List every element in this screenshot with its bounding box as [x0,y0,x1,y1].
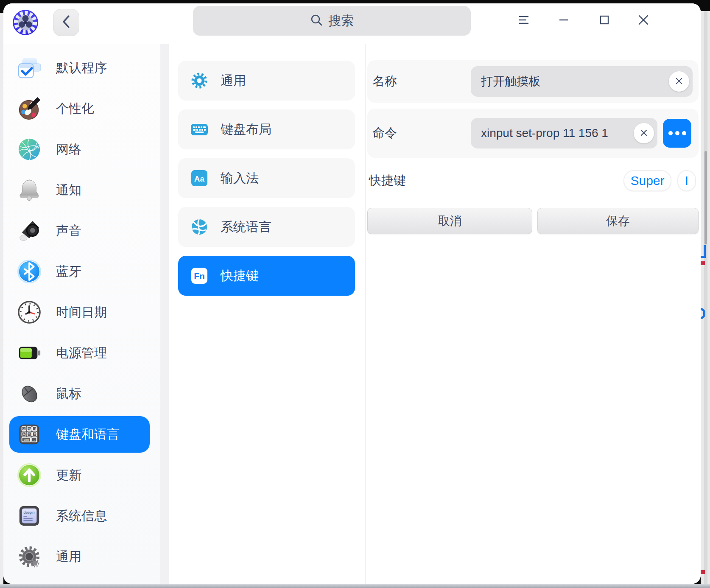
sidebar-item-label: 系统信息 [56,507,107,525]
sidebar-item-label: 键盘和语言 [56,426,120,443]
sidebar-item-update[interactable]: 更新 [3,455,160,496]
input-method-aa-icon: Aa [190,169,209,188]
notification-bell-icon [17,178,42,202]
update-arrow-icon [17,463,42,487]
nav-item-system-language[interactable]: 系统语言 [178,207,355,247]
sidebar-item-label: 默认程序 [56,59,107,77]
nav-item-general[interactable]: 通用 [178,61,355,101]
cancel-button[interactable]: 取消 [367,208,532,234]
command-label: 命令 [372,109,397,158]
sidebar-item-keyboard-language[interactable]: QWE ASD Shift → 键盘和语言 [9,416,150,453]
background-bottom-strip [0,584,710,588]
sidebar-item-default-apps[interactable]: 默认程序 [3,48,160,88]
keyboard-layout-icon [190,120,209,139]
back-button[interactable] [53,9,79,36]
maximize-button[interactable] [595,11,614,31]
svg-text:QWE: QWE [22,427,40,431]
sidebar-item-mouse[interactable]: 鼠标 [3,373,160,414]
sidebar-item-datetime[interactable]: 时间日期 [3,292,160,333]
minimize-button[interactable] [554,11,573,31]
sidebar-item-label: 通用 [56,548,81,566]
sidebar-item-label: 网络 [56,141,81,158]
background-scrollbar-track [704,11,707,584]
shortcut-row: 快捷键 Super I [367,165,699,197]
battery-icon [17,341,42,365]
save-button[interactable]: 保存 [537,208,699,234]
nav-item-label: 系统语言 [221,218,271,236]
command-input[interactable] [471,118,657,148]
menu-icon [518,15,529,26]
command-input-wrap [471,118,657,148]
background-artifact [701,570,705,574]
titlebar-menu-button[interactable] [514,11,534,31]
name-input[interactable] [471,66,693,97]
background-artifact [701,261,705,265]
minimize-icon [558,14,569,27]
clear-name-button[interactable] [669,71,689,92]
sidebar-item-label: 个性化 [56,100,94,118]
browse-command-button[interactable] [663,119,691,148]
svg-text:Shift: Shift [23,438,29,441]
sidebar-item-system-info[interactable]: deepin 系统信息 [3,496,160,536]
sidebar-item-power[interactable]: 电源管理 [3,333,160,373]
sidebar: 默认程序 个性化 [3,44,160,584]
nav-item-label: 通用 [221,72,246,90]
sidebar-item-notification[interactable]: 通知 [3,170,160,210]
clear-command-button[interactable] [634,123,654,143]
chevron-left-icon [61,14,71,31]
shortcut-key-super[interactable]: Super [623,170,671,191]
default-apps-icon [17,56,42,80]
bluetooth-icon [17,259,42,284]
nav-item-shortcuts[interactable]: Fn 快捷键 [178,256,355,296]
maximize-icon [599,14,610,27]
blue-gear-icon [190,71,209,90]
name-row: 名称 [367,60,699,103]
search-input[interactable]: 搜索 [193,6,471,36]
titlebar: 搜索 [3,3,701,44]
app-logo-icon [12,9,39,36]
sidebar-item-general[interactable]: 通用 [3,536,160,577]
background-scrollbar-thumb [704,151,707,244]
nav-item-input-method[interactable]: Aa 输入法 [178,158,355,198]
network-icon [17,137,42,162]
control-center-window: 搜索 [3,3,701,584]
name-label: 名称 [372,60,397,103]
sidebar-item-label: 鼠标 [56,385,81,403]
background-app-strip [701,11,710,584]
svg-text:Fn: Fn [194,271,205,281]
shortcut-label: 快捷键 [369,165,406,197]
ellipsis-icon [668,131,673,135]
svg-text:→: → [33,438,36,441]
keyboard-language-subnav: 通用 [169,44,366,584]
sidebar-item-personalization[interactable]: 个性化 [3,88,160,129]
screen: 搜索 [0,0,710,588]
close-icon [637,14,649,28]
sidebar-item-label: 蓝牙 [56,263,81,280]
search-icon [310,14,323,28]
sound-speaker-icon [17,218,42,243]
close-icon [675,77,683,87]
gray-gear-icon [17,544,42,569]
nav-item-label: 键盘布局 [221,121,271,138]
svg-text:ASD: ASD [23,432,40,436]
nav-item-label: 快捷键 [221,267,259,285]
sidebar-item-label: 电源管理 [56,344,107,362]
sidebar-list: 默认程序 个性化 [3,44,160,577]
sidebar-item-label: 更新 [56,467,81,484]
svg-text:deepin: deepin [23,510,34,515]
sidebar-item-sound[interactable]: 声音 [3,210,160,251]
nav-item-keyboard-layout[interactable]: 键盘布局 [178,109,355,149]
background-artifact [701,245,706,258]
sidebar-item-bluetooth[interactable]: 蓝牙 [3,251,160,292]
shortcut-key-i[interactable]: I [677,170,696,191]
command-row: 命令 [367,109,699,158]
system-info-chip-icon: deepin [17,504,42,528]
sidebar-item-label: 时间日期 [56,304,107,321]
sidebar-item-label: 声音 [56,222,81,240]
background-left-strip [0,13,3,584]
svg-text:Aa: Aa [194,174,205,183]
sidebar-item-network[interactable]: 网络 [3,129,160,170]
close-button[interactable] [634,11,653,31]
nav-item-label: 输入法 [221,170,259,187]
personalization-icon [17,96,42,121]
